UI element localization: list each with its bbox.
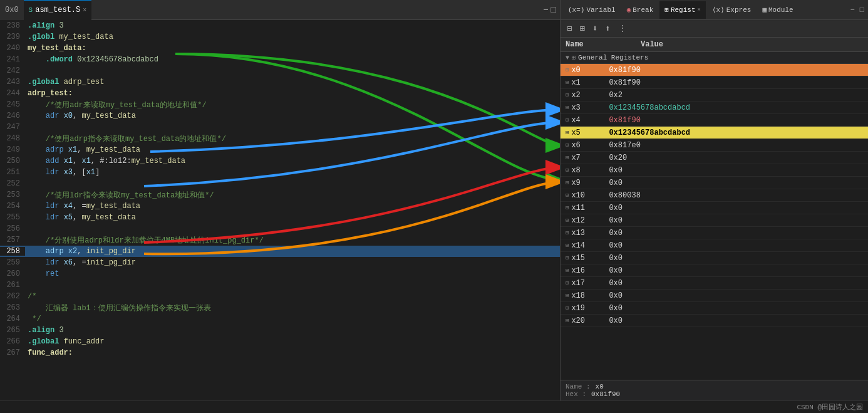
regist-label: Regist <box>671 6 696 14</box>
reg-x1-value: 0x81f90 <box>609 78 863 87</box>
code-line-260: 260 ret <box>0 268 560 280</box>
reg-row-x15[interactable]: ⊞ x15 0x0 <box>561 252 868 264</box>
reg-row-x18[interactable]: ⊞ x18 0x0 <box>561 290 868 302</box>
reg-x15-value: 0x0 <box>609 254 863 263</box>
reg-row-x19[interactable]: ⊞ x19 0x0 <box>561 302 868 315</box>
tab-variabl[interactable]: (x=) Variabl <box>563 1 621 19</box>
reg-x8-name: x8 <box>571 166 609 175</box>
panel-minimize[interactable]: − <box>849 4 856 16</box>
regist-icon: ⊞ <box>664 6 669 14</box>
reg-x0-value: 0x81f90 <box>609 66 863 75</box>
tab-bar: 0x0 S asm_test.S × − □ <box>0 0 560 20</box>
reg-x7-icon: ⊞ <box>566 154 569 161</box>
reg-x11-value: 0x0 <box>609 204 863 212</box>
reg-x0-name: x0 <box>571 66 609 75</box>
break-icon: ◉ <box>627 6 631 14</box>
code-line-255: 255 ldr x5, my_test_data <box>0 212 560 223</box>
expres-icon: ⟨x⟩ <box>712 6 725 14</box>
reg-x8-value: 0x0 <box>609 166 863 175</box>
code-line-244: 244 adrp_test: <box>0 88 560 99</box>
code-line-250: 250 add x1, x1, #:lo12:my_test_data <box>0 155 560 167</box>
code-line-259: 259 ldr x6, =init_pg_dir <box>0 257 560 268</box>
reg-x3-value: 0x12345678abcdabcd <box>609 103 863 112</box>
reg-x16-name: x16 <box>571 266 609 275</box>
minimize-button[interactable]: − <box>543 5 548 15</box>
code-line-264: 264 */ <box>0 313 560 325</box>
reg-x19-name: x19 <box>571 304 609 313</box>
tab-asm[interactable]: S asm_test.S × <box>24 0 92 20</box>
regist-close[interactable]: × <box>698 7 701 13</box>
reg-x8-icon: ⊞ <box>566 167 569 174</box>
tab-regist[interactable]: ⊞ Regist × <box>659 1 706 19</box>
reg-row-x16[interactable]: ⊞ x16 0x0 <box>561 264 868 277</box>
reg-row-x3[interactable]: ⊞ x3 0x12345678abcdabcd <box>561 102 868 114</box>
reg-row-x20[interactable]: ⊞ x20 0x0 <box>561 315 868 327</box>
reg-row-x9[interactable]: ⊞ x9 0x0 <box>561 177 868 189</box>
code-line-257: 257 /*分别使用adrp和ldr来加载位于4MB地址处的init_pg_di… <box>0 234 560 246</box>
reg-row-x13[interactable]: ⊞ x13 0x0 <box>561 227 868 239</box>
code-line-254: 254 ldr x4, =my_test_data <box>0 201 560 212</box>
expres-label: Expres <box>726 6 752 14</box>
reg-row-x17[interactable]: ⊞ x17 0x0 <box>561 277 868 290</box>
group-icon-reg: ⊞ <box>572 54 576 61</box>
debug-name-value-row: Name : x0 <box>566 383 863 390</box>
expand-all-button[interactable]: ⊞ <box>577 22 587 35</box>
tab-asm-icon: S <box>29 6 33 14</box>
reg-x6-icon: ⊞ <box>566 142 569 149</box>
general-registers-group[interactable]: ▼ ⊞ General Registers <box>561 52 868 64</box>
reg-row-x14[interactable]: ⊞ x14 0x0 <box>561 239 868 252</box>
reg-row-x7[interactable]: ⊞ x7 0x20 <box>561 152 868 164</box>
import-button[interactable]: ⬇ <box>590 22 600 35</box>
code-line-246: 246 adr x0, my_test_data <box>0 110 560 122</box>
reg-row-x4[interactable]: ⊞ x4 0x81f90 <box>561 114 868 127</box>
reg-x7-name: x7 <box>571 154 609 162</box>
reg-x15-icon: ⊞ <box>566 254 569 261</box>
watermark: CSDN @田园诗人之园 <box>797 402 863 412</box>
tab-expres[interactable]: ⟨x⟩ Expres <box>707 1 756 19</box>
reg-row-x12[interactable]: ⊞ x12 0x0 <box>561 214 868 227</box>
reg-x10-value: 0x80038 <box>609 191 863 200</box>
reg-table-header: Name Value <box>561 38 868 52</box>
reg-row-x11[interactable]: ⊞ x11 0x0 <box>561 202 868 214</box>
reg-x6-value: 0x817e0 <box>609 141 863 150</box>
reg-x2-name: x2 <box>571 91 609 100</box>
reg-x20-name: x20 <box>571 316 609 325</box>
tab-break[interactable]: ◉ Break <box>622 1 659 19</box>
reg-row-x8[interactable]: ⊞ x8 0x0 <box>561 164 868 177</box>
reg-x14-value: 0x0 <box>609 241 863 250</box>
code-line-238: 238 .align 3 <box>0 20 560 31</box>
reg-row-x10[interactable]: ⊞ x10 0x80038 <box>561 189 868 202</box>
hex-value: 0x81f90 <box>591 390 620 398</box>
tab-asm-close[interactable]: × <box>83 7 86 14</box>
settings-button[interactable]: ⋮ <box>616 22 629 35</box>
code-line-261: 261 <box>0 280 560 291</box>
tab-0x0[interactable]: 0x0 <box>0 0 24 20</box>
reg-row-x0[interactable]: ⊞ x0 0x81f90 <box>561 64 868 76</box>
break-label: Break <box>633 6 653 14</box>
group-label: General Registers <box>578 54 648 61</box>
code-line-245: 245 /*使用adr来读取my_test_data的地址和值*/ <box>0 99 560 110</box>
debug-panel: (x=) Variabl ◉ Break ⊞ Regist × ⟨x⟩ Expr… <box>561 0 868 400</box>
reg-x4-icon: ⊞ <box>566 117 569 123</box>
reg-row-x6[interactable]: ⊞ x6 0x817e0 <box>561 139 868 152</box>
reg-x19-value: 0x0 <box>609 304 863 313</box>
reg-x10-icon: ⊞ <box>566 192 569 199</box>
reg-x0-icon: ⊞ <box>566 66 569 73</box>
maximize-button[interactable]: □ <box>551 5 556 15</box>
variabl-label: Variabl <box>586 6 615 14</box>
reg-x12-value: 0x0 <box>609 216 863 225</box>
reg-row-x2[interactable]: ⊞ x2 0x2 <box>561 89 868 102</box>
reg-x13-value: 0x0 <box>609 229 863 238</box>
reg-x10-name: x10 <box>571 191 609 200</box>
reg-row-x1[interactable]: ⊞ x1 0x81f90 <box>561 76 868 89</box>
code-line-248: 248 /*使用adrp指令来读取my_test_data的地址和值*/ <box>0 133 560 144</box>
collapse-all-button[interactable]: ⊟ <box>564 22 574 35</box>
code-lines: 238 .align 3 239 .globl my_test_data 240… <box>0 20 560 358</box>
export-button[interactable]: ⬆ <box>602 22 612 35</box>
debug-hex-row: Hex : 0x81f90 <box>566 390 863 398</box>
panel-maximize[interactable]: □ <box>859 4 865 16</box>
debug-toolbar: ⊟ ⊞ ⬇ ⬆ ⋮ <box>561 20 868 38</box>
tab-module[interactable]: ▦ Module <box>757 1 798 19</box>
reg-row-x5[interactable]: ⊞ x5 0x12345678abcdabcd <box>561 127 868 139</box>
reg-x18-icon: ⊞ <box>566 292 569 299</box>
